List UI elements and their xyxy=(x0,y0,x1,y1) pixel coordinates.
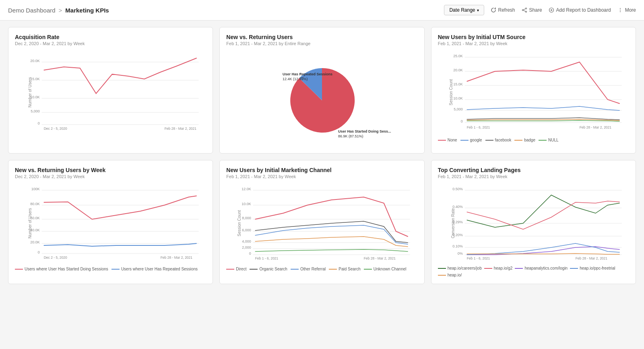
card-title-nvr: New vs. Returning Users xyxy=(226,34,417,40)
svg-text:10.0K: 10.0K xyxy=(453,96,463,100)
channel-legend: Direct Organic Search Other Referral Pai… xyxy=(226,267,417,271)
svg-text:20.0K: 20.0K xyxy=(453,68,463,72)
legend-repeated-label: Users where User Has Repeated Sessions xyxy=(121,267,198,271)
breadcrumb: Demo Dashboard > Marketing KPIs xyxy=(8,7,109,14)
share-label: Share xyxy=(529,7,542,13)
card-title-landing: Top Converting Landing Pages xyxy=(438,167,629,173)
chart-svg-utm: 25.0K 20.0K 15.0K 10.0K 5,000 0 xyxy=(457,50,629,131)
header: Demo Dashboard > Marketing KPIs Date Ran… xyxy=(0,0,644,21)
card-title-acquisition: Acquisition Rate xyxy=(15,34,206,40)
svg-text:0: 0 xyxy=(249,251,251,256)
card-landing-pages: Top Converting Landing Pages Feb 1, 2021… xyxy=(431,160,636,284)
legend-ppc: heap.io/ppc-freetrial xyxy=(570,266,615,270)
svg-text:80.0K: 80.0K xyxy=(30,202,40,206)
svg-text:Feb 1 - 6, 2021: Feb 1 - 6, 2021 xyxy=(255,256,279,260)
legend-unknown: Unknown Channel xyxy=(364,267,407,271)
dashboard-grid: Acquisition Rate Dec 2, 2020 - Mar 2, 20… xyxy=(0,21,644,291)
legend-organic: Organic Search xyxy=(250,267,287,271)
legend-started: Users where User Has Started Doing Sessi… xyxy=(15,267,108,271)
svg-text:20.0K: 20.0K xyxy=(30,240,40,244)
svg-text:25.0K: 25.0K xyxy=(453,54,463,58)
svg-text:Dec 2 - 5, 2020: Dec 2 - 5, 2020 xyxy=(44,127,67,131)
legend-direct: Direct xyxy=(226,267,246,271)
card-utm-source: New Users by Initial UTM Source Feb 1, 2… xyxy=(431,27,636,154)
svg-text:12.4K (12.49%): 12.4K (12.49%) xyxy=(283,77,308,81)
y-axis-label-acquisition: Number of Users xyxy=(28,77,32,108)
pie-chart-container: User Has Repeated Sessions 12.4K (12.49%… xyxy=(226,50,417,147)
legend-g2: heap.io/g2 xyxy=(484,266,513,270)
svg-line-3 xyxy=(523,9,525,10)
utm-legend: None google facebook badge NULL xyxy=(438,138,629,142)
add-report-button[interactable]: Add Report to Dashboard xyxy=(549,7,611,13)
more-button[interactable]: More xyxy=(617,7,636,13)
svg-text:Feb 28 - Mar 2, 2021: Feb 28 - Mar 2, 2021 xyxy=(161,256,193,260)
svg-text:Feb 28 - Mar 2, 2021: Feb 28 - Mar 2, 2021 xyxy=(579,125,611,129)
svg-text:12.0K: 12.0K xyxy=(242,187,251,191)
chart-svg-channel: 12.0K 10.0K 8,000 6,000 4,000 2,000 0 xyxy=(246,183,417,260)
y-axis-label-channel: Session Count xyxy=(237,210,242,236)
card-subtitle-utm: Feb 1, 2021 - Mar 2, 2021 by Week xyxy=(438,41,629,46)
header-actions: Date Range Refresh Share xyxy=(444,5,636,15)
svg-text:User Has Started Doing Sess...: User Has Started Doing Sess... xyxy=(338,129,391,133)
svg-text:2,000: 2,000 xyxy=(242,245,251,249)
breadcrumb-parent[interactable]: Demo Dashboard xyxy=(8,7,56,14)
share-icon xyxy=(522,7,527,13)
refresh-icon xyxy=(491,7,496,13)
chart-nvr-week: Number of Users 100K 80.0K 60.0K 40.0K 2… xyxy=(15,183,206,264)
refresh-label: Refresh xyxy=(498,7,515,13)
breadcrumb-separator: > xyxy=(59,7,62,14)
legend-other-referral: Other Referral xyxy=(291,267,326,271)
legend-badge: badge xyxy=(514,138,535,142)
legend-careers: heap.io/careers/job xyxy=(438,266,482,270)
refresh-button[interactable]: Refresh xyxy=(491,7,515,13)
svg-point-8 xyxy=(620,8,621,9)
card-subtitle-acquisition: Dec 2, 2020 - Mar 2, 2021 by Week xyxy=(15,41,206,46)
card-title-channel: New Users by Initial Marketing Channel xyxy=(226,167,417,173)
y-axis-label-nvr-week: Number of Users xyxy=(28,208,32,239)
svg-text:86.9K (87.51%): 86.9K (87.51%) xyxy=(338,134,363,138)
chart-acquisition: Number of Users 20.0K 15.0K 10.0K 5,000 … xyxy=(15,50,206,135)
card-marketing-channel: New Users by Initial Marketing Channel F… xyxy=(219,160,424,284)
svg-text:20.0K: 20.0K xyxy=(30,59,40,63)
svg-text:0: 0 xyxy=(38,250,40,254)
svg-text:Dec 2 - 5, 2020: Dec 2 - 5, 2020 xyxy=(44,256,67,260)
card-title-utm: New Users by Initial UTM Source xyxy=(438,34,629,40)
chart-svg-nvr-week: 100K 80.0K 60.0K 40.0K 20.0K 0 Dec 2 - 5… xyxy=(34,183,206,260)
date-range-button[interactable]: Date Range xyxy=(444,5,484,15)
breadcrumb-current: Marketing KPIs xyxy=(65,7,109,14)
chart-svg-landing: 0.50% 0.40% 0.29% 0.20% 0.10% 0% xyxy=(457,183,629,260)
svg-text:Feb 28 - Mar 2, 2021: Feb 28 - Mar 2, 2021 xyxy=(364,256,396,260)
svg-text:5,000: 5,000 xyxy=(454,107,463,111)
svg-text:4,000: 4,000 xyxy=(242,239,251,243)
card-subtitle-landing: Feb 1, 2021 - Mar 2, 2021 by Week xyxy=(438,174,629,179)
svg-text:Feb 28 - Mar 2, 2021: Feb 28 - Mar 2, 2021 xyxy=(165,127,197,131)
svg-point-10 xyxy=(620,11,621,12)
share-button[interactable]: Share xyxy=(522,7,542,13)
svg-text:0.50%: 0.50% xyxy=(452,187,463,191)
add-report-icon xyxy=(549,7,554,13)
landing-legend: heap.io/careers/job heap.io/g2 heapanaly… xyxy=(438,266,629,277)
legend-paid-search: Paid Search xyxy=(329,267,360,271)
svg-text:6,000: 6,000 xyxy=(242,228,251,232)
svg-text:0: 0 xyxy=(460,119,462,123)
pie-chart-svg: User Has Repeated Sessions 12.4K (12.49%… xyxy=(258,52,386,145)
card-subtitle-nvr: Feb 1, 2021 - Mar 2, 2021 by Entire Rang… xyxy=(226,41,417,46)
chart-utm: Session Count 25.0K 20.0K 15.0K 10.0K 5,… xyxy=(438,50,629,135)
svg-text:10.0K: 10.0K xyxy=(242,202,251,206)
legend-heapanalytics: heapanalytics.com/login xyxy=(515,266,568,270)
legend-null: NULL xyxy=(539,138,559,142)
svg-text:Feb 1 - 6, 2021: Feb 1 - 6, 2021 xyxy=(466,256,490,260)
legend-facebook: facebook xyxy=(485,138,512,142)
svg-text:0.10%: 0.10% xyxy=(452,244,463,248)
chart-landing: Conversion Rate 0.50% 0.40% 0.29% 0.20% … xyxy=(438,183,629,264)
legend-none: None xyxy=(438,138,457,142)
svg-point-9 xyxy=(620,10,621,10)
chart-channel: Session Count 12.0K 10.0K 8,000 6,000 4,… xyxy=(226,183,417,264)
card-subtitle-nvr-week: Dec 2, 2020 - Mar 2, 2021 by Week xyxy=(15,174,206,179)
svg-text:User Has Repeated Sessions: User Has Repeated Sessions xyxy=(283,72,332,76)
y-axis-label-landing: Conversion Rate xyxy=(450,208,455,238)
legend-google: google xyxy=(460,138,482,142)
card-new-vs-returning: New vs. Returning Users Feb 1, 2021 - Ma… xyxy=(219,27,424,154)
chart-svg-acquisition: 20.0K 15.0K 10.0K 5,000 0 Dec 2 - 5, 202… xyxy=(34,50,206,131)
svg-point-0 xyxy=(525,8,526,9)
